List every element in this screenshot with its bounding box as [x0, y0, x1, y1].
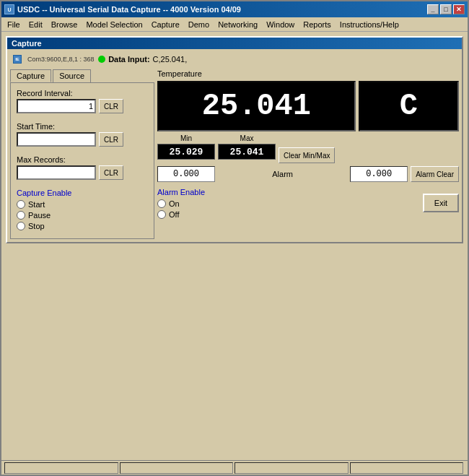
menu-capture[interactable]: Capture	[147, 19, 184, 30]
capture-panel-title: Capture	[7, 38, 462, 49]
alarm-row: 0.000 Alarm 0.000 Alarm Clear	[157, 166, 459, 182]
min-label: Min	[180, 134, 192, 142]
menu-file[interactable]: File	[3, 19, 25, 30]
start-time-label: Start Time:	[17, 122, 148, 131]
max-group: Max 25.041	[218, 134, 276, 160]
radio-start: Start	[17, 200, 148, 209]
app-icon: U	[4, 4, 14, 14]
max-label: Max	[240, 134, 254, 142]
radio-stop-circle[interactable]	[17, 222, 25, 230]
max-records-group: Max Records: CLR	[17, 155, 148, 180]
menu-demo[interactable]: Demo	[184, 19, 214, 30]
main-content: Capture IE Com3:9600,E,8,1 : 368 Data In…	[1, 32, 468, 460]
record-interval-label: Record Interval:	[17, 89, 148, 98]
window-title: USDC -- Universal Serial Data Capture --…	[17, 5, 427, 14]
alarm-on-circle[interactable]	[157, 199, 166, 208]
radio-start-circle[interactable]	[17, 200, 25, 209]
title-bar: U USDC -- Universal Serial Data Capture …	[1, 1, 468, 17]
data-input-value: C,25.041,	[153, 55, 188, 64]
bottom-row: Alarm Enable On Off Exit	[157, 188, 459, 221]
alarm-off-circle[interactable]	[157, 210, 166, 219]
status-bar	[1, 460, 468, 475]
radio-stop-label: Stop	[28, 222, 45, 230]
tab-capture[interactable]: Capture	[10, 69, 51, 82]
alarm-radio-on: On	[157, 199, 205, 208]
start-time-input[interactable]	[17, 132, 96, 147]
status-indicator	[98, 56, 105, 63]
alarm-radio-off: Off	[157, 210, 205, 219]
start-time-group: Start Time: CLR	[17, 122, 148, 147]
max-value-display: 25.041	[218, 144, 276, 160]
main-value-display: 25.041	[157, 81, 356, 131]
clear-minmax-button[interactable]: Clear Min/Max	[279, 147, 335, 163]
exit-button[interactable]: Exit	[423, 194, 459, 212]
record-interval-input[interactable]	[17, 99, 96, 113]
window-frame: U USDC -- Universal Serial Data Capture …	[0, 0, 469, 476]
menu-edit[interactable]: Edit	[25, 19, 47, 30]
max-records-row: CLR	[17, 165, 148, 180]
capture-enable: Capture Enable Start Pause	[17, 189, 148, 230]
alarm-low-value: 0.000	[157, 166, 215, 182]
com-icon: IE	[13, 55, 22, 64]
alarm-clear-button[interactable]: Alarm Clear	[411, 166, 459, 182]
record-interval-row: CLR	[17, 99, 148, 113]
menu-networking[interactable]: Networking	[214, 19, 262, 30]
capture-panel: Capture IE Com3:9600,E,8,1 : 368 Data In…	[6, 36, 463, 243]
status-section-3	[234, 462, 349, 474]
max-records-input[interactable]	[17, 165, 96, 180]
menu-instructions[interactable]: Instructions/Help	[336, 19, 403, 30]
info-row: IE Com3:9600,E,8,1 : 368 Data Input: C,2…	[10, 53, 459, 65]
menu-reports[interactable]: Reports	[299, 19, 336, 30]
record-interval-clr-button[interactable]: CLR	[99, 99, 123, 113]
menu-model-selection[interactable]: Model Selection	[82, 19, 146, 30]
tab-source[interactable]: Source	[53, 69, 91, 82]
right-panel: Temperature 25.041 C Min 25.029 Max	[157, 69, 459, 239]
minmax-row: Min 25.029 Max 25.041 Clear Min/Max	[157, 134, 459, 163]
main-display: 25.041 C	[157, 81, 459, 131]
alarm-enable-title: Alarm Enable	[157, 188, 205, 196]
max-records-clr-button[interactable]: CLR	[99, 165, 123, 180]
status-section-1	[4, 462, 118, 474]
start-time-clr-button[interactable]: CLR	[99, 132, 123, 147]
alarm-label: Alarm	[218, 170, 347, 178]
alarm-enable: Alarm Enable On Off	[157, 188, 205, 221]
title-bar-buttons: _ □ ✕	[427, 4, 465, 14]
start-time-row: CLR	[17, 132, 148, 147]
close-button[interactable]: ✕	[453, 4, 465, 14]
radio-pause-label: Pause	[28, 211, 51, 220]
tab-bar: Capture Source	[10, 69, 154, 82]
max-records-label: Max Records:	[17, 155, 148, 164]
status-section-4	[350, 462, 464, 474]
radio-start-label: Start	[28, 200, 45, 209]
min-value-display: 25.029	[157, 144, 215, 160]
alarm-high-value: 0.000	[350, 166, 408, 182]
inner-layout: Capture Source Record Interval: CLR	[10, 69, 459, 239]
capture-enable-title: Capture Enable	[17, 189, 148, 197]
alarm-off-label: Off	[169, 210, 179, 219]
tab-content: Record Interval: CLR Start Time: CL	[10, 82, 154, 239]
radio-pause: Pause	[17, 211, 148, 220]
unit-display: C	[359, 81, 459, 131]
radio-pause-circle[interactable]	[17, 211, 25, 220]
status-section-2	[120, 462, 234, 474]
temperature-label: Temperature	[157, 69, 459, 78]
minimize-button[interactable]: _	[427, 4, 439, 14]
maximize-button[interactable]: □	[440, 4, 452, 14]
menu-browse[interactable]: Browse	[47, 19, 82, 30]
min-group: Min 25.029	[157, 134, 215, 160]
menu-window[interactable]: Window	[262, 19, 299, 30]
alarm-on-label: On	[169, 199, 180, 208]
menu-bar: File Edit Browse Model Selection Capture…	[1, 17, 468, 32]
com-info: Com3:9600,E,8,1 : 368	[27, 56, 95, 63]
data-input-label: Data Input:	[108, 55, 149, 64]
radio-stop: Stop	[17, 222, 148, 230]
left-panel: Capture Source Record Interval: CLR	[10, 69, 154, 239]
record-interval-group: Record Interval: CLR	[17, 89, 148, 113]
